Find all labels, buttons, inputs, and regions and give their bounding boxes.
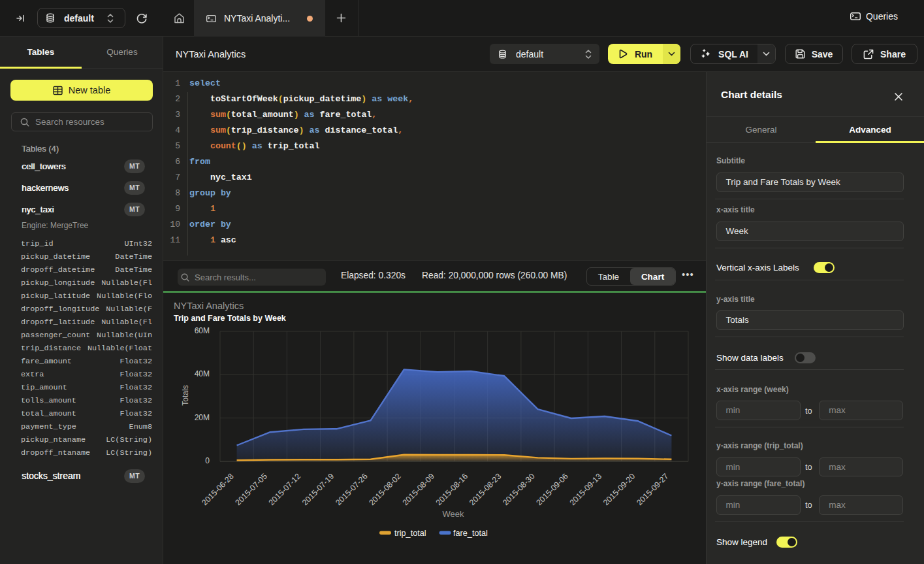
svg-text:Trip and Fare Totals by Week: Trip and Fare Totals by Week bbox=[174, 314, 286, 323]
svg-text:2015-07-26: 2015-07-26 bbox=[334, 472, 369, 507]
svg-text:2015-09-13: 2015-09-13 bbox=[568, 472, 603, 507]
svg-text:2015-07-19: 2015-07-19 bbox=[300, 472, 336, 507]
svg-text:2015-06-28: 2015-06-28 bbox=[200, 472, 235, 507]
svg-text:60M: 60M bbox=[195, 326, 210, 335]
svg-text:2015-08-23: 2015-08-23 bbox=[468, 472, 503, 507]
svg-text:2015-08-30: 2015-08-30 bbox=[501, 472, 536, 507]
svg-text:20M: 20M bbox=[195, 413, 210, 422]
svg-text:0: 0 bbox=[205, 456, 210, 465]
svg-text:2015-09-20: 2015-09-20 bbox=[601, 472, 637, 507]
svg-text:2015-08-02: 2015-08-02 bbox=[367, 472, 402, 507]
svg-text:fare_total: fare_total bbox=[453, 529, 488, 538]
svg-text:NYTaxi Analytics: NYTaxi Analytics bbox=[174, 301, 244, 311]
svg-text:trip_total: trip_total bbox=[394, 529, 426, 538]
svg-text:Totals: Totals bbox=[181, 385, 190, 405]
svg-text:2015-08-16: 2015-08-16 bbox=[434, 472, 470, 507]
svg-text:2015-08-09: 2015-08-09 bbox=[401, 472, 436, 507]
svg-text:40M: 40M bbox=[195, 369, 210, 378]
svg-text:2015-07-05: 2015-07-05 bbox=[234, 472, 269, 507]
svg-text:2015-09-06: 2015-09-06 bbox=[534, 472, 569, 507]
svg-text:Week: Week bbox=[443, 509, 464, 519]
svg-text:2015-07-12: 2015-07-12 bbox=[267, 472, 302, 507]
svg-text:2015-09-27: 2015-09-27 bbox=[635, 472, 670, 507]
